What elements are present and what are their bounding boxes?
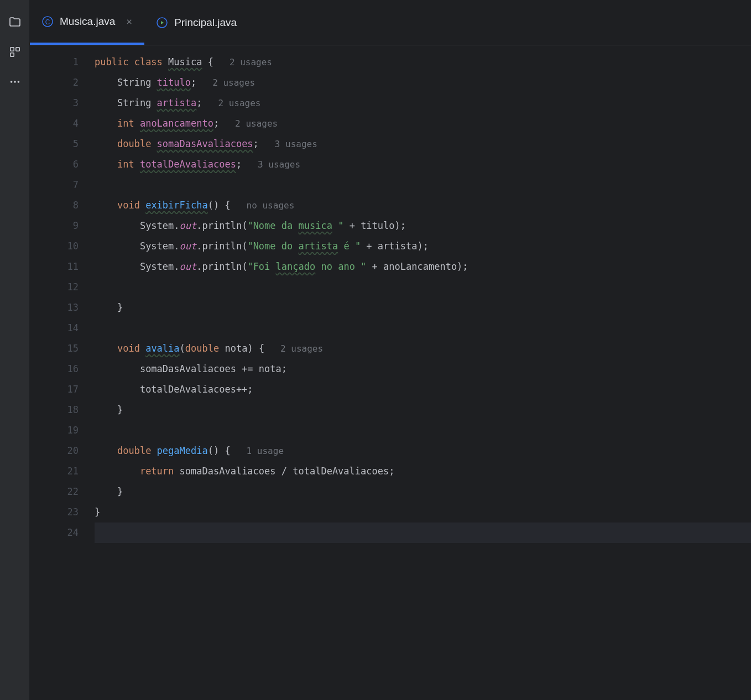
tab-label: Principal.java xyxy=(174,17,237,29)
cursor-line-highlight xyxy=(95,523,751,543)
usage-hint: 3 usages xyxy=(259,139,317,149)
structure-icon[interactable] xyxy=(8,45,22,59)
tool-sidebar xyxy=(0,0,30,700)
code-line[interactable]: System.out.println("Nome da musica " + t… xyxy=(95,216,751,236)
code-line[interactable]: void avalia(double nota) { 2 usages xyxy=(95,338,751,359)
line-number: 7 xyxy=(30,175,79,195)
usage-hint: 2 usages xyxy=(213,57,272,67)
editor-area: CMusica.java×Principal.java 123456789101… xyxy=(30,0,751,700)
code-line[interactable]: System.out.println("Foi lançado no ano "… xyxy=(95,257,751,277)
tab-principal-java[interactable]: Principal.java xyxy=(144,0,249,45)
line-gutter: 123456789101112131415161718192021222324 xyxy=(30,45,93,700)
code-line[interactable]: String artista; 2 usages xyxy=(95,93,751,113)
line-number: 8 xyxy=(30,195,79,216)
code-line[interactable]: System.out.println("Nome do artista é " … xyxy=(95,236,751,257)
line-number: 16 xyxy=(30,359,79,379)
code-line[interactable] xyxy=(95,318,751,338)
svg-rect-0 xyxy=(10,48,13,51)
svg-text:C: C xyxy=(45,18,50,25)
line-number: 5 xyxy=(30,134,79,154)
code-line[interactable]: double pegaMedia() { 1 usage xyxy=(95,441,751,461)
svg-rect-2 xyxy=(10,53,13,56)
usage-hint: no usages xyxy=(231,200,295,211)
more-icon[interactable] xyxy=(8,75,22,88)
usage-hint: 2 usages xyxy=(196,77,255,88)
code-line[interactable]: int totalDeAvaliacoes; 3 usages xyxy=(95,154,751,175)
line-number: 15 xyxy=(30,338,79,359)
usage-hint: 2 usages xyxy=(202,98,261,108)
line-number: 11 xyxy=(30,257,79,277)
line-number: 17 xyxy=(30,379,79,400)
code-line[interactable]: somaDasAvaliacoes += nota; xyxy=(95,359,751,379)
svg-point-5 xyxy=(17,81,19,83)
line-number: 23 xyxy=(30,502,79,523)
editor-tabs: CMusica.java×Principal.java xyxy=(30,0,751,45)
line-number: 12 xyxy=(30,277,79,297)
tab-musica-java[interactable]: CMusica.java× xyxy=(30,0,144,45)
tab-label: Musica.java xyxy=(60,15,115,28)
folder-icon[interactable] xyxy=(8,15,22,29)
run-class-icon xyxy=(157,17,168,28)
code-line[interactable] xyxy=(95,175,751,195)
line-number: 9 xyxy=(30,216,79,236)
line-number: 10 xyxy=(30,236,79,257)
usage-hint: 3 usages xyxy=(242,159,300,170)
code-line[interactable] xyxy=(95,277,751,297)
line-number: 1 xyxy=(30,52,79,72)
svg-point-4 xyxy=(14,81,16,83)
code-line[interactable]: return somaDasAvaliacoes / totalDeAvalia… xyxy=(95,461,751,482)
line-number: 13 xyxy=(30,297,79,318)
svg-rect-1 xyxy=(15,48,19,51)
code-line[interactable]: } xyxy=(95,400,751,420)
code-line[interactable]: } xyxy=(95,502,751,523)
code-line[interactable]: double somaDasAvaliacoes; 3 usages xyxy=(95,134,751,154)
line-number: 18 xyxy=(30,400,79,420)
code-line[interactable]: int anoLancamento; 2 usages xyxy=(95,113,751,134)
line-number: 3 xyxy=(30,93,79,113)
code-line[interactable] xyxy=(95,523,751,543)
usage-hint: 2 usages xyxy=(264,343,323,354)
line-number: 20 xyxy=(30,441,79,461)
svg-point-3 xyxy=(10,81,12,83)
line-number: 22 xyxy=(30,482,79,502)
usage-hint: 1 usage xyxy=(231,446,284,456)
code-editor[interactable]: public class Musica { 2 usages String ti… xyxy=(93,45,751,700)
class-icon: C xyxy=(42,16,53,27)
code-line[interactable]: void exibirFicha() { no usages xyxy=(95,195,751,216)
line-number: 19 xyxy=(30,420,79,441)
code-line[interactable]: } xyxy=(95,297,751,318)
line-number: 14 xyxy=(30,318,79,338)
line-number: 4 xyxy=(30,113,79,134)
code-line[interactable]: } xyxy=(95,482,751,502)
line-number: 21 xyxy=(30,461,79,482)
code-line[interactable]: public class Musica { 2 usages xyxy=(95,52,751,72)
line-number: 2 xyxy=(30,72,79,93)
line-number: 24 xyxy=(30,523,79,543)
code-line[interactable]: totalDeAvaliacoes++; xyxy=(95,379,751,400)
usage-hint: 2 usages xyxy=(219,118,278,129)
line-number: 6 xyxy=(30,154,79,175)
close-icon[interactable]: × xyxy=(126,15,132,27)
code-line[interactable] xyxy=(95,420,751,441)
code-line[interactable]: String titulo; 2 usages xyxy=(95,72,751,93)
code-container: 123456789101112131415161718192021222324 … xyxy=(30,45,751,700)
